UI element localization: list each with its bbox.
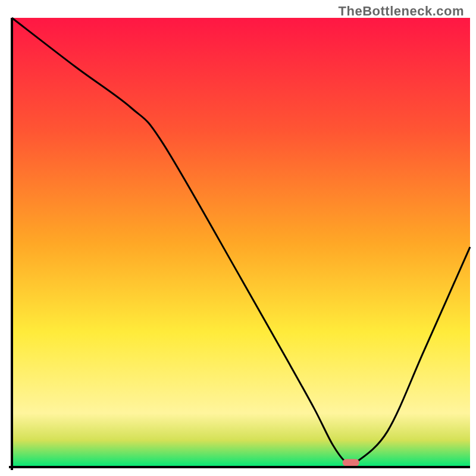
gradient-background [12,18,470,467]
chart-container: TheBottleneck.com [0,0,476,476]
watermark-text: TheBottleneck.com [339,4,464,19]
optimum-marker [343,459,359,466]
bottleneck-chart [0,0,476,476]
